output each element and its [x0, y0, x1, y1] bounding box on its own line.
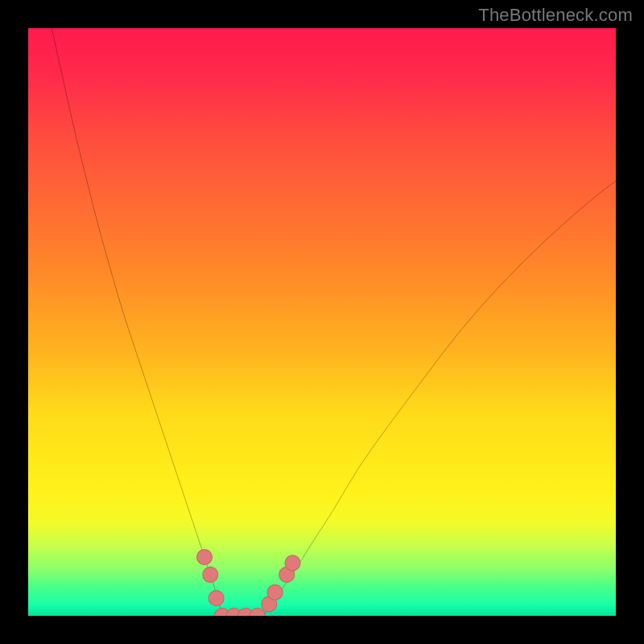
watermark-text: TheBottleneck.com [478, 5, 633, 26]
data-marker [250, 609, 265, 616]
data-marker [197, 550, 213, 565]
curve-group [52, 28, 616, 616]
data-marker [208, 591, 224, 606]
right-branch-path [263, 181, 616, 616]
marker-group [197, 550, 300, 616]
data-marker [285, 555, 300, 571]
data-marker [267, 584, 283, 600]
left-branch-path [52, 28, 222, 616]
plot-area [28, 28, 616, 616]
chart-svg [28, 28, 616, 616]
data-marker [203, 567, 218, 582]
chart-frame: TheBottleneck.com [0, 0, 644, 644]
